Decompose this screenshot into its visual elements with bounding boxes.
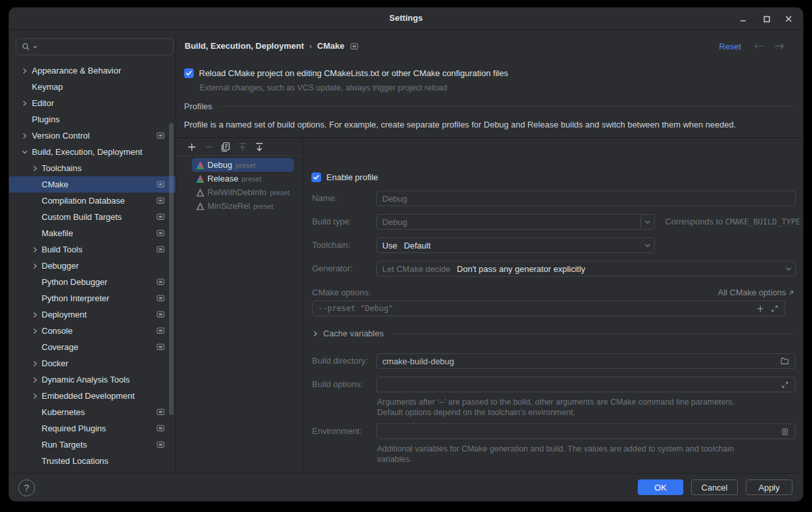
dropdown-chevron xyxy=(782,262,795,276)
sidebar-item-embedded-development[interactable]: Embedded Development xyxy=(9,388,176,404)
plus-icon xyxy=(756,304,765,313)
profile-item-release[interactable]: Releasepreset xyxy=(176,172,302,185)
sidebar-item-build-tools[interactable]: Build Tools xyxy=(9,241,176,258)
environment-field[interactable] xyxy=(376,424,796,439)
add-profile-button[interactable] xyxy=(187,142,197,152)
profile-item-minsizerel[interactable]: MinSizeRelpreset xyxy=(176,199,302,213)
tree-collapse-chevron[interactable] xyxy=(30,326,40,336)
chevron-down-icon xyxy=(644,241,651,249)
reload-checkbox-row[interactable]: Reload CMake project on editing CMakeLis… xyxy=(184,68,508,78)
edit-variables-button[interactable] xyxy=(779,426,790,437)
tree-collapse-chevron[interactable] xyxy=(20,66,30,76)
reload-checkbox[interactable] xyxy=(184,68,194,78)
build-options-field[interactable] xyxy=(376,377,796,392)
profile-item-relwithdebinfo[interactable]: RelWithDebInfopreset xyxy=(176,185,302,199)
sidebar-item-console[interactable]: Console xyxy=(9,323,176,339)
sidebar-item-label: Coverage xyxy=(42,342,78,352)
sidebar-item-build-execution-deployment[interactable]: Build, Execution, Deployment xyxy=(9,144,176,160)
apply-button[interactable]: Apply xyxy=(746,479,792,495)
sidebar-item-label: Appearance & Behavior xyxy=(32,66,121,75)
generator-prefix: Let CMake decide xyxy=(382,264,451,274)
tree-collapse-chevron[interactable] xyxy=(20,98,30,109)
chevron-right-icon xyxy=(31,360,39,368)
build-directory-field[interactable]: cmake-build-debug xyxy=(376,353,796,369)
remove-profile-button[interactable] xyxy=(203,142,214,152)
browse-folder-button[interactable] xyxy=(779,356,790,366)
expand-field-button[interactable] xyxy=(769,303,779,314)
enable-profile-checkbox[interactable] xyxy=(311,172,321,182)
sidebar-item-docker[interactable]: Docker xyxy=(9,355,176,371)
tree-collapse-chevron[interactable] xyxy=(30,245,40,255)
sidebar-item-appearance-behavior[interactable]: Appearance & Behavior xyxy=(9,62,176,79)
ok-button[interactable]: OK xyxy=(638,479,683,495)
toolchain-select[interactable]: Use Default xyxy=(376,237,655,253)
tree-collapse-chevron[interactable] xyxy=(20,131,30,141)
forward-button[interactable] xyxy=(774,42,785,53)
breadcrumb-parent[interactable]: Build, Execution, Deployment xyxy=(185,41,304,51)
move-down-button[interactable] xyxy=(254,142,265,152)
sidebar-item-required-plugins[interactable]: Required Plugins xyxy=(9,420,176,437)
editor-settings-icon[interactable] xyxy=(350,42,359,51)
search-input[interactable] xyxy=(16,38,174,55)
toolchain-prefix: Use xyxy=(382,241,397,250)
tree-collapse-chevron[interactable] xyxy=(30,358,40,369)
editor-settings-icon xyxy=(156,342,165,351)
sidebar-scrollbar[interactable] xyxy=(169,123,174,415)
copy-profile-button[interactable] xyxy=(220,142,231,152)
help-button[interactable]: ? xyxy=(18,479,35,496)
plus-icon xyxy=(187,142,197,152)
move-up-button[interactable] xyxy=(237,142,248,152)
sidebar-item-version-control[interactable]: Version Control xyxy=(9,128,176,144)
build-type-select[interactable]: Debug xyxy=(376,214,655,230)
sidebar-item-python-interpreter[interactable]: Python Interpreter xyxy=(9,290,176,306)
tree-expand-chevron[interactable] xyxy=(20,147,30,157)
cache-variables-section[interactable]: Cache variables xyxy=(311,329,794,338)
editor-settings-icon xyxy=(156,131,165,140)
sidebar-item-kubernetes[interactable]: Kubernetes xyxy=(9,404,176,420)
tree-collapse-chevron[interactable] xyxy=(30,391,40,401)
sidebar-item-label: Deployment xyxy=(42,310,86,319)
cancel-button[interactable]: Cancel xyxy=(691,479,738,495)
editor-settings-icon xyxy=(156,440,165,449)
sidebar-item-python-debugger[interactable]: Python Debugger xyxy=(9,274,176,290)
sidebar-item-custom-build-targets[interactable]: Custom Build Targets xyxy=(9,209,176,225)
tree-collapse-chevron[interactable] xyxy=(30,310,40,320)
sidebar-item-trusted-locations[interactable]: Trusted Locations xyxy=(9,453,176,469)
sidebar-item-deployment[interactable]: Deployment xyxy=(9,306,176,323)
sidebar-item-keymap[interactable]: Keymap xyxy=(9,79,176,95)
sidebar-item-toolchains[interactable]: Toolchains xyxy=(9,160,176,176)
minimize-button[interactable] xyxy=(735,14,751,24)
editor-settings-icon xyxy=(156,407,165,416)
tree-collapse-chevron[interactable] xyxy=(30,163,40,174)
editor-settings-icon xyxy=(156,245,165,254)
window-title: Settings xyxy=(9,13,803,23)
editor-settings-icon xyxy=(156,212,165,221)
enable-profile-row[interactable]: Enable profile xyxy=(311,172,378,182)
reset-link[interactable]: Reset xyxy=(719,42,741,51)
sidebar-item-debugger[interactable]: Debugger xyxy=(9,258,176,274)
close-button[interactable] xyxy=(781,14,796,24)
sidebar-item-plugins[interactable]: Plugins xyxy=(9,111,176,128)
sidebar-item-compilation-database[interactable]: Compilation Database xyxy=(9,193,176,209)
expand-field-button[interactable] xyxy=(779,379,790,390)
editor-settings-icon xyxy=(156,326,165,335)
question-icon: ? xyxy=(24,483,29,493)
copy-icon xyxy=(220,142,231,152)
profile-item-debug[interactable]: Debugpreset xyxy=(176,158,302,172)
generator-select[interactable]: Let CMake decide Don't pass any generato… xyxy=(376,261,796,276)
sidebar-item-makefile[interactable]: Makefile xyxy=(9,225,176,241)
sidebar-item-coverage[interactable]: Coverage xyxy=(9,339,176,355)
add-option-button[interactable] xyxy=(755,303,765,314)
all-cmake-options-link[interactable]: All CMake options xyxy=(718,288,794,297)
sidebar-item-editor[interactable]: Editor xyxy=(9,95,176,111)
tree-collapse-chevron[interactable] xyxy=(30,375,40,385)
close-icon xyxy=(785,15,792,23)
name-field[interactable]: Debug xyxy=(376,191,796,206)
sidebar-item-run-targets[interactable]: Run Targets xyxy=(9,437,176,453)
back-button[interactable] xyxy=(753,42,765,53)
maximize-button[interactable] xyxy=(759,14,774,24)
sidebar-item-dynamic-analysis-tools[interactable]: Dynamic Analysis Tools xyxy=(9,371,176,388)
tree-collapse-chevron[interactable] xyxy=(30,261,40,271)
sidebar-item-cmake[interactable]: CMake xyxy=(9,176,176,193)
cmake-options-field[interactable]: --preset "Debug" xyxy=(312,301,785,316)
